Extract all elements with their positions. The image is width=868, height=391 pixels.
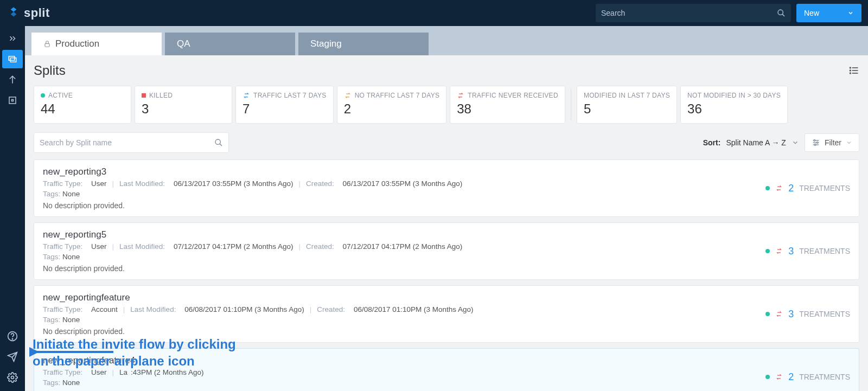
svg-point-23 [814, 144, 816, 146]
filter-label: Filter [825, 138, 841, 147]
split-row[interactable]: new_reportingfeature4Traffic Type: User|… [34, 348, 859, 391]
treatments-label: TREATMENTS [799, 184, 850, 193]
rail-invite[interactable] [2, 348, 23, 366]
stat-value: 44 [41, 101, 124, 117]
rail-flow[interactable] [2, 70, 23, 89]
rail-grid[interactable] [2, 91, 23, 110]
swap-icon [775, 373, 783, 381]
search-icon [214, 138, 223, 147]
split-row[interactable]: new_reporting3Traffic Type: User|Last Mo… [34, 159, 859, 217]
split-description: No description provided. [43, 264, 765, 273]
stats-row: ACTIVE44KILLED3TRAFFIC LAST 7 DAYS7NO TR… [25, 80, 868, 124]
filter-button[interactable]: Filter [805, 133, 859, 152]
split-name: new_reporting5 [43, 229, 765, 240]
split-row[interactable]: new_reporting5Traffic Type: User|Last Mo… [34, 222, 859, 280]
svg-line-1 [782, 14, 784, 16]
chevron-down-icon[interactable] [792, 139, 799, 146]
env-tab-staging[interactable]: Staging [298, 33, 429, 55]
svg-point-7 [12, 338, 12, 339]
lock-icon [43, 40, 51, 48]
treatments-count: 2 [788, 371, 794, 383]
split-meta: Traffic Type: Account|Last Modified: 06/… [43, 305, 765, 313]
split-rows: new_reporting3Traffic Type: User|Last Mo… [25, 159, 868, 391]
split-search-input[interactable] [40, 138, 214, 147]
stat-value: 3 [142, 101, 225, 117]
split-name: new_reportingfeature [43, 292, 765, 303]
split-name: new_reportingfeature4 [43, 355, 765, 366]
split-tags: Tags: None [43, 190, 765, 198]
stat-label: MODIFIED IN LAST 7 DAYS [584, 92, 670, 99]
svg-rect-9 [45, 43, 49, 47]
chevron-down-icon [846, 139, 852, 146]
env-tab-label: QA [177, 39, 190, 49]
stat-value: 36 [687, 101, 781, 117]
status-dot-icon [765, 375, 770, 379]
environment-tabs: ProductionQAStaging [25, 26, 868, 55]
svg-line-17 [220, 144, 222, 146]
rail-settings[interactable] [2, 368, 23, 387]
search-icon [777, 9, 786, 17]
stat-card[interactable]: ACTIVE44 [34, 86, 131, 124]
sort-label: Sort: [703, 138, 721, 147]
stat-icon [41, 92, 45, 99]
status-dot-icon [765, 312, 770, 316]
svg-point-14 [850, 70, 851, 71]
global-search-input[interactable] [601, 9, 777, 17]
toolbar-row: Sort: Split Name A → Z Filter [25, 124, 868, 159]
env-tab-qa[interactable]: QA [165, 33, 295, 55]
global-search[interactable] [596, 4, 791, 22]
list-view-toggle[interactable] [848, 65, 859, 76]
stat-label: KILLED [142, 92, 225, 99]
split-name: new_reporting3 [43, 166, 765, 177]
stat-card[interactable]: MODIFIED IN LAST 7 DAYS5 [577, 86, 677, 124]
stat-label: NOT MODIFIED IN > 30 DAYS [687, 92, 781, 99]
split-right: 2TREATMENTS [765, 166, 850, 210]
stat-card[interactable]: NOT MODIFIED IN > 30 DAYS36 [680, 86, 788, 124]
stat-card[interactable]: TRAFFIC NEVER RECEIVED38 [450, 86, 565, 124]
sort-value[interactable]: Split Name A → Z [726, 138, 786, 147]
split-description: No description provided. [43, 201, 765, 210]
split-description: No description provided. [43, 327, 765, 336]
rail-splits[interactable] [2, 50, 23, 68]
stat-label: TRAFFIC LAST 7 DAYS [242, 92, 327, 99]
new-button[interactable]: New [796, 4, 861, 22]
split-tags: Tags: None [43, 379, 765, 387]
env-tab-label: Staging [310, 39, 342, 49]
treatments-count: 2 [788, 183, 794, 194]
rail-help[interactable] [2, 327, 23, 345]
stat-card[interactable]: TRAFFIC LAST 7 DAYS7 [235, 86, 334, 124]
stat-icon [242, 92, 250, 99]
split-row[interactable]: new_reportingfeatureTraffic Type: Accoun… [34, 285, 859, 343]
stat-icon [142, 92, 146, 99]
rail-expand[interactable] [2, 29, 23, 48]
svg-point-13 [850, 67, 851, 68]
split-meta: Traffic Type: User|Last Modified: 06/13/… [43, 180, 765, 188]
treatments-count: 3 [788, 246, 794, 257]
logo: split [7, 6, 50, 20]
split-search[interactable] [34, 132, 229, 153]
stat-icon [457, 92, 464, 99]
svg-rect-4 [9, 97, 16, 104]
swap-icon [775, 184, 783, 192]
env-tab-production[interactable]: Production [31, 33, 162, 55]
split-right: 3TREATMENTS [765, 292, 850, 336]
left-rail [0, 26, 25, 391]
stat-icon [344, 92, 352, 99]
chevron-down-icon [847, 10, 854, 16]
stat-label: ACTIVE [41, 92, 124, 99]
svg-point-16 [215, 139, 220, 144]
swap-icon [775, 310, 783, 318]
stat-card[interactable]: NO TRAFFIC LAST 7 DAYS2 [337, 86, 447, 124]
stat-value: 38 [457, 101, 558, 117]
split-tags: Tags: None [43, 316, 765, 324]
stat-card[interactable]: KILLED3 [135, 86, 232, 124]
svg-point-22 [816, 142, 818, 144]
env-tab-label: Production [55, 39, 99, 49]
split-meta: Traffic Type: User|La:43PM (2 Months Ago… [43, 368, 765, 376]
treatments-label: TREATMENTS [799, 310, 850, 318]
new-button-label: New [804, 9, 819, 17]
logo-text: split [24, 6, 50, 20]
stat-value: 5 [584, 101, 670, 117]
treatments-label: TREATMENTS [799, 373, 850, 381]
svg-point-15 [850, 73, 851, 74]
